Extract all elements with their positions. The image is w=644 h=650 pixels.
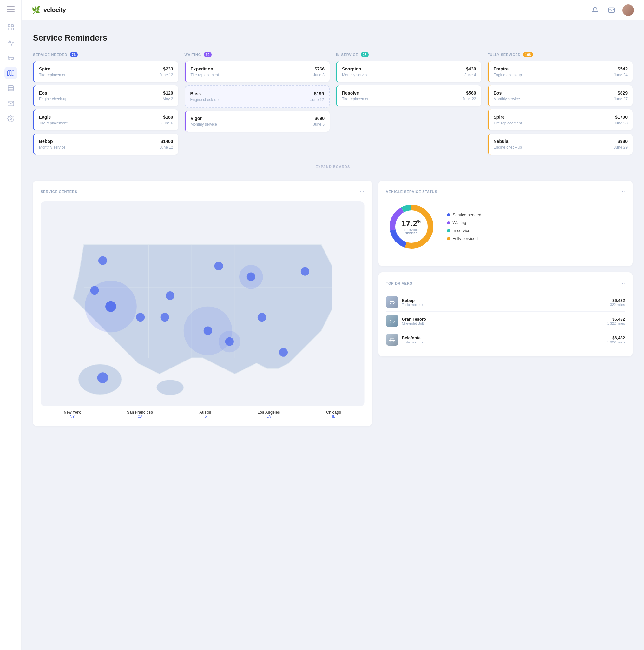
svg-point-50 (393, 340, 394, 341)
card-spire[interactable]: Spire $233 Tire replacement June 12 (33, 61, 178, 82)
card-service: Engine check-up (494, 73, 522, 77)
card-date: June 6 (161, 121, 173, 125)
top-drivers-panel: TOP DRIVERS ··· Bebop Tesla model x (378, 272, 633, 356)
badge-in-service: 28 (361, 52, 369, 58)
card-name: Eagle (39, 115, 51, 120)
sidebar-item-map[interactable] (4, 67, 17, 79)
svg-rect-9 (8, 86, 13, 91)
driver-row-belafonte[interactable]: Belafonte Tesla model x $6,432 1 322 mil… (386, 330, 625, 349)
driver-row-bebop[interactable]: Bebop Tesla model x $6,432 1 322 miles (386, 293, 625, 312)
card-date: June 3 (313, 73, 325, 77)
sidebar-item-car[interactable] (4, 51, 17, 64)
svg-point-22 (157, 380, 184, 395)
card-vigor[interactable]: Vigor $690 Monthly service June 5 (185, 111, 330, 132)
badge-fully-serviced: 198 (523, 52, 533, 58)
card-empire[interactable]: Empire $542 Engine check-up June 24 (488, 61, 633, 82)
badge-service-needed: 76 (70, 52, 78, 58)
col-waiting: WAITING 69 Expedition $766 Tire replacem… (185, 52, 330, 158)
svg-point-45 (390, 303, 391, 304)
col-label-fully-serviced: FULLY SERVICED (488, 53, 521, 57)
card-service: Tire replacement (191, 73, 219, 77)
user-avatar[interactable] (622, 4, 634, 16)
card-eos[interactable]: Eos $120 Engine check-up May 2 (33, 85, 178, 106)
driver-name: Gran Tesoro (402, 317, 603, 322)
vehicle-status-panel: VEHICLE SERVICE STATUS ··· (378, 181, 633, 266)
driver-info-bebop: Bebop Tesla model x (402, 298, 603, 306)
col-label-waiting: WAITING (185, 53, 201, 57)
driver-row-gran-tesoro[interactable]: Gran Tesoro Chevrolet Bolt $6,432 1 322 … (386, 312, 625, 330)
right-panels: VEHICLE SERVICE STATUS ··· (378, 181, 633, 426)
card-bliss-dashed[interactable]: Bliss $199 Engine check-up June 12 (185, 85, 330, 108)
city-state: TX (199, 414, 211, 418)
driver-name: Bebop (402, 298, 603, 303)
donut-center: 17.2% SERVICE NEEDED (399, 219, 424, 235)
sidebar-item-mail[interactable] (4, 97, 17, 110)
card-price: $233 (163, 66, 173, 71)
col-header-in-service: IN SERVICE 28 (336, 52, 481, 58)
svg-point-40 (98, 372, 108, 383)
driver-car: Tesla model x (402, 340, 603, 344)
card-spire-2[interactable]: Spire $1700 Tire replacement June 28 (488, 109, 633, 131)
svg-marker-6 (7, 70, 14, 76)
svg-point-37 (225, 337, 234, 346)
col-label-in-service: IN SERVICE (336, 53, 358, 57)
donut-percentage: 17.2% (399, 219, 424, 228)
sidebar-item-chart[interactable] (4, 36, 17, 49)
city-labels: New York NY San Francicso CA Austin TX L… (41, 407, 365, 418)
card-price: $180 (163, 115, 173, 120)
service-centers-panel: SERVICE CENTERS ··· (33, 181, 372, 426)
card-name: Spire (494, 115, 505, 120)
legend-label: In service (453, 228, 470, 233)
expand-boards-button[interactable]: EXPAND BOARDS (33, 161, 633, 172)
sidebar-item-settings[interactable] (4, 112, 17, 125)
map-container: New York NY San Francicso CA Austin TX L… (41, 201, 365, 418)
card-eos-2[interactable]: Eos $829 Monthly service June 27 (488, 85, 633, 106)
driver-stats-bebop: $6,432 1 322 miles (607, 298, 625, 306)
card-bebop[interactable]: Bebop $1400 Monthly service June 12 (33, 134, 178, 154)
card-eagle[interactable]: Eagle $180 Tire replacement June 6 (33, 109, 178, 131)
notification-bell[interactable] (590, 4, 601, 16)
svg-rect-0 (8, 25, 10, 27)
sidebar-item-table[interactable] (4, 82, 17, 95)
card-expedition[interactable]: Expedition $766 Tire replacement June 3 (185, 61, 330, 82)
legend-dot-purple (447, 221, 450, 224)
card-service: Monthly service (494, 97, 520, 101)
svg-point-31 (166, 291, 175, 300)
card-scorpion[interactable]: Scorpion $430 Monthly service June 4 (336, 61, 481, 82)
city-name: Los Angeles (257, 410, 280, 414)
card-resolve[interactable]: Resolve $560 Tire replacement June 22 (336, 85, 481, 106)
mail-icon[interactable] (606, 4, 617, 16)
card-service: Monthly service (342, 73, 368, 77)
driver-stats-belafonte: $6,432 1 322 miles (607, 335, 625, 344)
card-name: Eos (39, 91, 47, 96)
card-service: Monthly service (191, 122, 217, 127)
brand-area: 🌿 velocity (32, 6, 66, 14)
page-title: Service Reminders (33, 33, 633, 43)
card-price: $430 (466, 66, 476, 71)
service-centers-header: SERVICE CENTERS ··· (41, 188, 365, 195)
vehicle-status-menu[interactable]: ··· (620, 188, 625, 195)
top-drivers-menu[interactable]: ··· (620, 280, 625, 287)
svg-point-48 (393, 322, 394, 323)
card-price: $1400 (161, 139, 173, 144)
card-service: Monthly service (39, 145, 65, 149)
topbar: 🌿 velocity (22, 0, 644, 20)
card-service: Engine check-up (190, 98, 219, 102)
card-name: Resolve (342, 91, 359, 96)
col-service-needed: SERVICE NEEDED 76 Spire $233 Tire replac… (33, 52, 178, 158)
svg-point-29 (105, 301, 116, 312)
donut-chart: 17.2% SERVICE NEEDED (386, 201, 437, 252)
service-centers-menu[interactable]: ··· (360, 188, 365, 195)
svg-point-39 (160, 313, 169, 322)
svg-point-32 (136, 313, 145, 322)
hamburger-menu[interactable] (7, 6, 14, 12)
card-date: June 22 (462, 97, 476, 101)
legend-waiting: Waiting (447, 220, 481, 225)
top-drivers-header: TOP DRIVERS ··· (386, 280, 625, 287)
col-header-fully-serviced: FULLY SERVICED 198 (488, 52, 633, 58)
svg-point-25 (247, 273, 255, 281)
sidebar-item-grid[interactable] (4, 21, 17, 34)
us-map-svg (41, 201, 365, 406)
card-nebula[interactable]: Nebula $980 Engine check-up June 29 (488, 134, 633, 154)
driver-car: Chevrolet Bolt (402, 322, 603, 325)
